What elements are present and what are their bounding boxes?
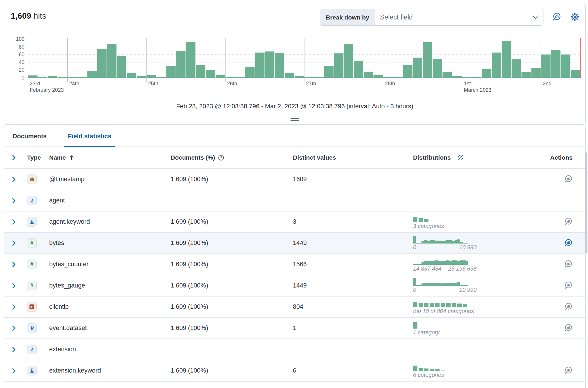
tab-documents[interactable]: Documents [9,126,50,147]
expand-row-button[interactable] [11,240,17,246]
chart-resize-handle[interactable] [4,118,585,121]
documents-percent: 1,609 (100%) [171,261,293,268]
distinct-values: 1 [293,324,413,332]
chevron-down-icon [532,9,543,25]
field-name: event.dataset [49,324,171,332]
field-visualize-button[interactable] [564,281,573,290]
svg-text:24th: 24th [69,81,79,87]
distribution-preview[interactable]: 010,990 [413,278,547,293]
distribution-preview[interactable]: 6 categories [413,363,547,378]
field-visualize-button[interactable] [564,239,573,248]
hits-histogram-chart[interactable]: 02040608010023rdFebruary 202324th25th26t… [4,37,586,96]
field-visualize-button[interactable] [564,217,573,226]
expand-row-button[interactable] [11,304,17,310]
field-name: extension.keyword [49,367,171,374]
distinct-values: 1566 [293,261,413,268]
svg-text:2nd: 2nd [543,81,551,87]
distribution-preview[interactable]: 1 category [413,321,547,336]
expand-row-button[interactable] [11,176,17,183]
svg-text:February 2023: February 2023 [30,87,64,93]
expand-row-button[interactable] [11,197,17,204]
gear-icon [570,12,580,22]
field-name: extension [49,346,171,353]
question-circle-icon[interactable]: ? [218,154,224,161]
expand-row-button[interactable] [11,368,17,374]
scrollbar-thumb[interactable] [585,152,587,253]
distribution-preview[interactable]: 14,837,48425,196,638 [413,257,547,272]
field-type-icon-number: # [27,260,37,269]
column-header-distinct-values: Distinct values [293,154,413,161]
field-type-icon-ip: IP [27,302,37,312]
distinct-values: 3 [293,218,413,225]
distributions-toggle-icon[interactable] [456,154,464,162]
distinct-values: 1609 [293,176,413,183]
table-row: kagent.keyword1,609 (100%)33 categories [4,211,585,233]
table-row [4,382,585,388]
documents-percent: 1,609 (100%) [171,367,293,374]
distribution-preview[interactable]: top 10 of 804 categories [413,299,547,315]
column-header-name[interactable]: Name [49,154,171,161]
histogram-panel: 1,609hits Break down by Select field 020… [4,4,586,125]
distribution-preview[interactable]: 010,990 [413,236,547,251]
table-row: textension [4,339,585,360]
field-name: bytes_gauge [49,282,171,289]
svg-text:80: 80 [19,44,25,50]
table-row: tagent [4,190,585,211]
documents-percent: 1,609 (100%) [171,324,293,332]
field-name: agent.keyword [49,218,171,225]
field-name: @timestamp [49,176,171,183]
svg-text:100: 100 [16,37,24,42]
field-type-icon-number: # [27,238,37,248]
table-row: #bytes_gauge1,609 (100%)1449010,990 [4,275,585,297]
chart-magnifier-icon [552,12,561,23]
field-name: bytes_counter [49,261,171,268]
hits-count: 1,609 [11,11,31,20]
table-row: IPclientip1,609 (100%)804top 10 of 804 c… [4,297,585,318]
svg-text:March 2023: March 2023 [464,87,491,93]
breakdown-select[interactable]: Break down by Select field [320,9,543,26]
field-type-icon-keyword: k [27,323,37,333]
table-row: #bytes_counter1,609 (100%)156614,837,484… [4,254,585,275]
expand-all-button[interactable] [11,154,17,161]
field-type-icon-keyword: k [27,217,37,227]
tab-field-statistics[interactable]: Field statistics [64,126,115,147]
column-header-distributions: Distributions [413,154,547,162]
svg-text:23rd: 23rd [30,81,40,87]
breakdown-placeholder: Select field [375,9,532,25]
field-visualize-button[interactable] [564,302,573,311]
distinct-values: 1449 [293,239,413,247]
table-row: #bytes1,609 (100%)1449010,990 [4,233,585,254]
sort-ascending-icon [68,154,75,161]
hits-label: hits [33,11,46,20]
field-name: clientip [49,303,171,311]
field-visualize-button[interactable] [564,366,573,375]
field-visualize-button[interactable] [564,324,573,333]
field-type-icon-keyword: k [27,366,37,375]
documents-percent: 1,609 (100%) [171,239,293,247]
distinct-values: 1449 [293,282,413,289]
field-visualize-button[interactable] [564,260,573,269]
breakdown-label: Break down by [320,9,375,25]
expand-row-button[interactable] [11,325,17,331]
expand-row-button[interactable] [11,346,17,353]
expand-row-button[interactable] [11,283,17,289]
chart-controls: Break down by Select field [320,9,581,26]
expand-row-button[interactable] [11,219,17,225]
field-visualize-button[interactable] [564,175,573,184]
svg-text:1st: 1st [464,81,471,87]
table-row: kextension.keyword1,609 (100%)66 categor… [4,360,585,382]
svg-text:IP: IP [30,305,33,309]
field-type-icon-text: t [27,345,37,354]
expand-row-button[interactable] [11,261,17,268]
discover-field-statistics-page: 1,609hits Break down by Select field 020… [0,0,588,388]
chart-options-button[interactable] [569,12,581,23]
svg-text:27th: 27th [306,81,316,87]
svg-text:0: 0 [22,75,24,81]
table-row: @timestamp1,609 (100%)1609 [4,169,585,190]
svg-text:40: 40 [19,59,25,65]
distribution-preview[interactable]: 3 categories [413,214,547,230]
inspect-chart-button[interactable] [550,12,562,23]
field-table-body: @timestamp1,609 (100%)1609tagentkagent.k… [4,169,585,388]
column-header-type: Type [27,154,49,161]
column-header-documents: Documents (%) ? [171,154,293,161]
